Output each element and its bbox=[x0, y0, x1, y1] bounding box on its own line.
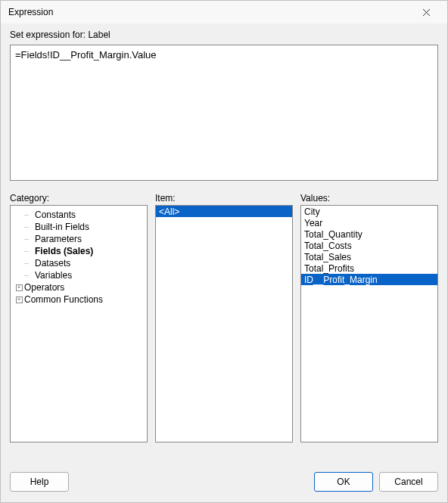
tree-item[interactable]: +Operators bbox=[12, 281, 145, 293]
tree-item-label: Fields (Sales) bbox=[35, 246, 93, 256]
values-column: Values: CityYearTotal_QuantityTotal_Cost… bbox=[300, 193, 438, 442]
list-item[interactable]: City bbox=[301, 206, 437, 217]
cancel-button[interactable]: Cancel bbox=[379, 472, 438, 492]
tree-item[interactable]: ┄Constants bbox=[12, 209, 145, 221]
tree-item-label: Variables bbox=[35, 270, 72, 281]
titlebar: Expression bbox=[1, 1, 447, 23]
list-item[interactable]: ID__Profit_Margin bbox=[301, 274, 437, 285]
list-item[interactable]: Total_Sales bbox=[301, 251, 437, 262]
tree-item[interactable]: ┄Datasets bbox=[12, 257, 145, 269]
tree-branch-icon: ┄ bbox=[24, 223, 35, 231]
tree-item[interactable]: +Common Functions bbox=[12, 293, 145, 306]
ok-button[interactable]: OK bbox=[314, 472, 373, 492]
tree-item-label: Common Functions bbox=[24, 294, 103, 305]
set-expression-label: Set expression for: Label bbox=[10, 29, 438, 40]
list-item[interactable]: Total_Costs bbox=[301, 240, 437, 251]
tree-item-label: Built-in Fields bbox=[35, 222, 89, 232]
help-button[interactable]: Help bbox=[10, 472, 69, 492]
tree-expand-icon[interactable]: + bbox=[14, 297, 24, 303]
list-item[interactable]: Total_Profits bbox=[301, 262, 437, 274]
window-title: Expression bbox=[8, 7, 53, 17]
category-column: Category: ┄Constants┄Built-in Fields┄Par… bbox=[10, 193, 148, 442]
item-column: Item: <All> bbox=[155, 193, 293, 442]
close-icon bbox=[422, 8, 431, 17]
tree-branch-icon: ┄ bbox=[24, 235, 35, 244]
tree-branch-icon: ┄ bbox=[24, 272, 35, 280]
tree-expand-icon[interactable]: + bbox=[14, 284, 24, 291]
tree-item-label: Operators bbox=[24, 282, 64, 293]
list-item[interactable]: Year bbox=[301, 217, 437, 228]
list-item[interactable]: Total_Quantity bbox=[301, 228, 437, 240]
tree-branch-icon: ┄ bbox=[24, 259, 35, 268]
content-area: Set expression for: Label Category: ┄Con… bbox=[1, 23, 447, 466]
tree-branch-icon: ┄ bbox=[24, 211, 35, 219]
category-label: Category: bbox=[10, 193, 148, 203]
category-tree[interactable]: ┄Constants┄Built-in Fields┄Parameters┄Fi… bbox=[10, 205, 148, 442]
tree-item[interactable]: ┄Fields (Sales) bbox=[12, 245, 145, 257]
item-list[interactable]: <All> bbox=[155, 205, 293, 442]
tree-item[interactable]: ┄Parameters bbox=[12, 233, 145, 245]
tree-item[interactable]: ┄Variables bbox=[12, 269, 145, 281]
lower-panels: Category: ┄Constants┄Built-in Fields┄Par… bbox=[10, 193, 438, 442]
values-label: Values: bbox=[300, 193, 438, 203]
list-item[interactable]: <All> bbox=[156, 206, 292, 217]
close-button[interactable] bbox=[411, 2, 441, 23]
tree-item-label: Datasets bbox=[35, 258, 70, 269]
tree-branch-icon: ┄ bbox=[24, 247, 35, 256]
button-row: Help OK Cancel bbox=[1, 466, 447, 502]
values-list[interactable]: CityYearTotal_QuantityTotal_CostsTotal_S… bbox=[300, 205, 438, 442]
tree-item[interactable]: ┄Built-in Fields bbox=[12, 221, 145, 233]
tree-item-label: Constants bbox=[35, 210, 76, 220]
expression-input[interactable] bbox=[10, 45, 438, 181]
item-label: Item: bbox=[155, 193, 293, 203]
tree-item-label: Parameters bbox=[35, 234, 82, 244]
